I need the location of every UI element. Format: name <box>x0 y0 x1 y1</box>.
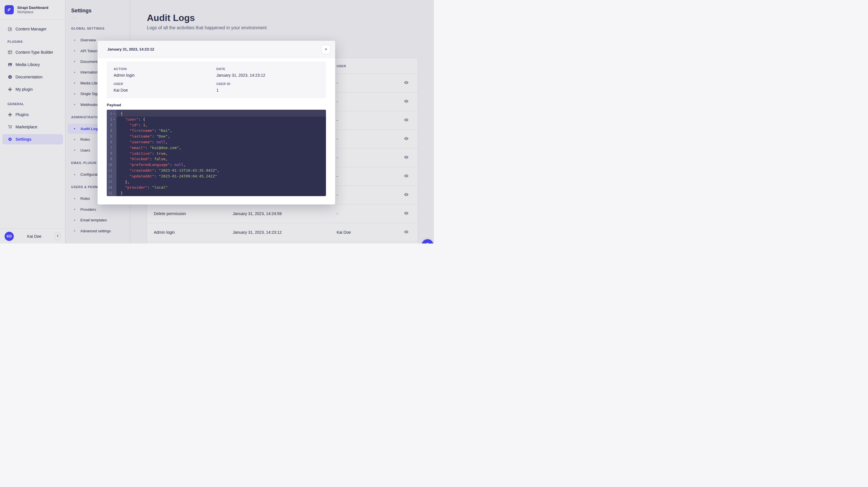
modal-body: ACTIONAdmin loginDATEJanuary 31, 2023, 1… <box>98 58 335 196</box>
log-details-card: ACTIONAdmin loginDATEJanuary 31, 2023, 1… <box>107 61 326 98</box>
payload-code-editor[interactable]: 1∨2∨3456789101112131415 { "user": { "id"… <box>107 110 326 196</box>
code-line: "username": null, <box>121 139 326 145</box>
code-line: "email": "kai@doe.com", <box>121 145 326 151</box>
line-number: 10 <box>107 163 112 167</box>
gutter-row: 15 <box>107 190 117 196</box>
line-number: 9 <box>107 157 112 161</box>
line-number: 11 <box>107 169 112 173</box>
gutter-row: 2∨ <box>107 117 117 122</box>
gutter-row: 1∨ <box>107 111 117 117</box>
gutter-row: 6 <box>107 139 117 145</box>
gutter-row: 10 <box>107 162 117 168</box>
line-number: 5 <box>107 134 112 138</box>
code-line: "createdAt": "2023-01-13T10:43:35.943Z", <box>121 168 326 173</box>
gutter-row: 5 <box>107 134 117 139</box>
gutter-row: 3 <box>107 122 117 128</box>
audit-log-details-modal: January 31, 2023, 14:23:12 ✕ ACTIONAdmin… <box>98 41 335 204</box>
detail-value: January 31, 2023, 14:23:12 <box>216 73 319 78</box>
close-icon: ✕ <box>324 47 328 51</box>
detail-field: USER ID1 <box>216 82 319 92</box>
gutter-row: 12 <box>107 173 117 179</box>
code-line: { <box>121 111 326 117</box>
code-line: }, <box>121 179 326 185</box>
editor-gutter: 1∨2∨3456789101112131415 <box>107 110 117 196</box>
detail-field: DATEJanuary 31, 2023, 14:23:12 <box>216 67 319 78</box>
line-number: 14 <box>107 185 112 190</box>
fold-chevron-icon[interactable]: ∨ <box>112 118 116 121</box>
line-number: 6 <box>107 140 112 144</box>
gutter-row: 14 <box>107 184 117 190</box>
modal-title: January 31, 2023, 14:23:12 <box>107 47 321 51</box>
line-number: 2 <box>107 117 112 121</box>
line-number: 7 <box>107 146 112 150</box>
detail-value: 1 <box>216 88 319 92</box>
editor-code: { "user": { "id": 1, "firstname": "Kai",… <box>117 110 326 196</box>
line-number: 4 <box>107 128 112 133</box>
code-line: "isActive": true, <box>121 151 326 156</box>
line-number: 15 <box>107 191 112 195</box>
gutter-row: 4 <box>107 128 117 134</box>
gutter-row: 7 <box>107 145 117 151</box>
fold-chevron-icon[interactable]: ∨ <box>112 112 116 115</box>
gutter-row: 9 <box>107 156 117 162</box>
detail-field: ACTIONAdmin login <box>114 67 216 78</box>
code-line: "id": 1, <box>121 122 326 128</box>
payload-label: Payload <box>107 103 326 107</box>
gutter-row: 11 <box>107 168 117 173</box>
line-number: 12 <box>107 174 112 178</box>
detail-label: DATE <box>216 67 319 70</box>
gutter-row: 13 <box>107 179 117 185</box>
line-number: 1 <box>107 112 112 116</box>
detail-label: ACTION <box>114 67 216 70</box>
code-line: "lastname": "Doe", <box>121 134 326 139</box>
line-number: 8 <box>107 151 112 155</box>
code-line: "preferedLanguage": null, <box>121 162 326 168</box>
line-number: 3 <box>107 123 112 127</box>
line-number: 13 <box>107 180 112 184</box>
detail-value: Admin login <box>114 73 216 78</box>
detail-value: Kai Doe <box>114 88 216 92</box>
detail-label: USER <box>114 82 216 86</box>
gutter-row: 8 <box>107 151 117 156</box>
detail-label: USER ID <box>216 82 319 86</box>
detail-field: USERKai Doe <box>114 82 216 92</box>
code-line: "blocked": false, <box>121 156 326 162</box>
modal-header: January 31, 2023, 14:23:12 ✕ <box>98 41 335 58</box>
code-line: } <box>121 190 326 196</box>
code-line: "updatedAt": "2023-01-24T09:04:45.242Z" <box>121 173 326 179</box>
code-line: "firstname": "Kai", <box>121 128 326 134</box>
code-line: "user": { <box>121 117 326 122</box>
close-modal-button[interactable]: ✕ <box>321 45 331 54</box>
strapi-app: Strapi Dashboard Workplace Content Manag… <box>0 0 434 244</box>
code-line: "provider": "local" <box>121 184 326 190</box>
